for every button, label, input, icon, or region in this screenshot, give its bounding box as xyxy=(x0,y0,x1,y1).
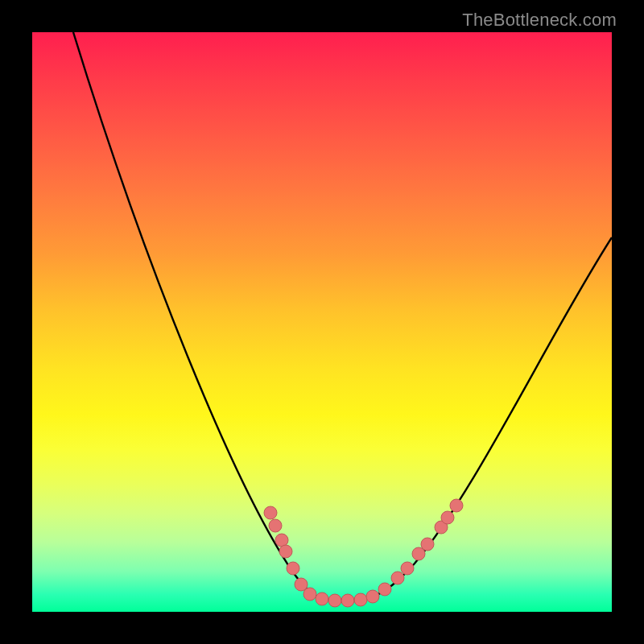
marker-group xyxy=(264,499,463,607)
chart-svg xyxy=(32,32,612,612)
marker-dot xyxy=(264,506,277,519)
marker-dot xyxy=(341,594,354,607)
marker-dot xyxy=(279,545,292,558)
marker-dot xyxy=(328,594,341,607)
chart-frame: TheBottleneck.com xyxy=(0,0,644,644)
marker-dot xyxy=(366,590,379,603)
bottleneck-curve xyxy=(73,32,612,600)
marker-dot xyxy=(287,562,299,575)
marker-dot xyxy=(401,562,414,575)
plot-area xyxy=(32,32,612,612)
marker-dot xyxy=(269,519,282,532)
marker-dot xyxy=(450,499,463,512)
marker-dot xyxy=(421,538,434,551)
marker-dot xyxy=(378,583,391,596)
marker-dot xyxy=(303,588,316,601)
marker-dot xyxy=(441,511,454,524)
marker-dot xyxy=(316,592,328,605)
marker-dot xyxy=(354,593,367,606)
marker-dot xyxy=(391,572,404,584)
watermark-text: TheBottleneck.com xyxy=(462,10,617,31)
